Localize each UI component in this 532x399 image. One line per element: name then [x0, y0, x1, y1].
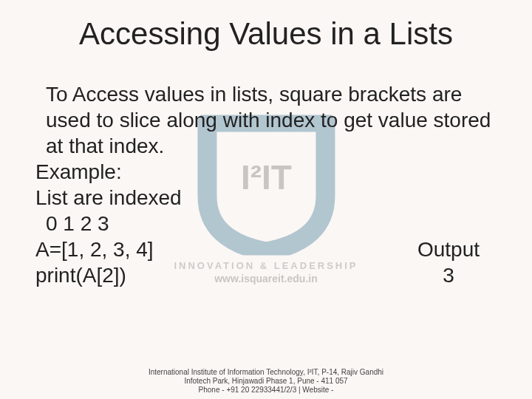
output-label: Output: [400, 236, 497, 262]
slide-title: Accessing Values in a Lists: [0, 16, 532, 52]
code-print: print(A[2]): [35, 262, 126, 288]
index-values: 0 1 2 3: [46, 211, 497, 236]
footer-line-1: International Institute of Information T…: [149, 368, 383, 385]
footer-line-2: Phone - +91 20 22933441/2/3 | Website -: [199, 386, 334, 394]
slide-footer: International Institute of Information T…: [148, 368, 384, 395]
slide-body: To Access values in lists, square bracke…: [35, 81, 497, 288]
example-label: Example:: [35, 159, 497, 185]
output-value: 3: [400, 262, 497, 288]
indexed-label: List are indexed: [35, 185, 497, 211]
code-assignment: A=[1, 2, 3, 4]: [35, 236, 154, 262]
paragraph-intro: To Access values in lists, square bracke…: [46, 81, 497, 159]
slide: I²IT INNOVATION & LEADERSHIP www.isquare…: [0, 0, 532, 399]
